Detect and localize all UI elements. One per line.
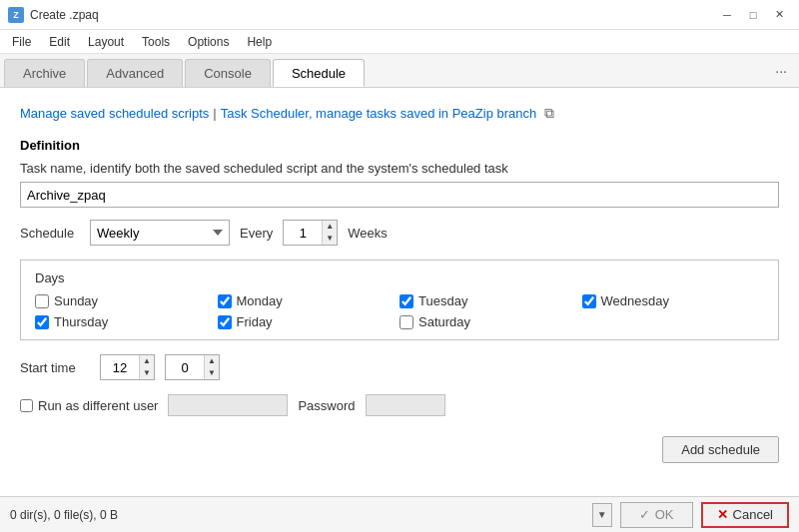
tab-bar: Archive Advanced Console Schedule ··· [0,54,799,88]
day-monday-label: Monday [237,293,283,308]
hour-spinner-buttons: ▲ ▼ [139,355,154,379]
minute-spinner: ▲ ▼ [165,354,220,380]
every-spinner-buttons: ▲ ▼ [322,221,337,245]
main-content: Manage saved scheduled scripts | Task Sc… [0,88,799,496]
days-group: Days Sunday Monday Tuesday Wednesday Thu… [20,260,779,340]
menu-help[interactable]: Help [239,33,280,51]
links-row: Manage saved scheduled scripts | Task Sc… [20,104,779,122]
days-grid: Sunday Monday Tuesday Wednesday Thursday… [35,293,764,329]
username-input[interactable] [168,394,288,416]
external-link-icon[interactable]: ⧉ [540,104,558,122]
start-time-label: Start time [20,360,90,375]
day-friday-label: Friday [237,314,273,329]
add-schedule-button[interactable]: Add schedule [662,436,779,463]
close-button[interactable]: ✕ [767,5,791,25]
tabs: Archive Advanced Console Schedule [4,59,367,87]
day-saturday[interactable]: Saturday [400,314,582,329]
day-thursday-checkbox[interactable] [35,315,49,329]
tab-advanced[interactable]: Advanced [87,59,183,87]
day-tuesday-label: Tuesday [418,293,467,308]
hour-input[interactable] [101,355,139,379]
minute-decrement-button[interactable]: ▼ [205,367,219,379]
hour-spinner: ▲ ▼ [100,354,155,380]
day-friday-checkbox[interactable] [218,315,232,329]
password-label: Password [298,398,355,413]
minute-increment-button[interactable]: ▲ [205,355,219,367]
weeks-label: Weeks [348,226,388,241]
day-wednesday[interactable]: Wednesday [582,293,765,308]
menu-options[interactable]: Options [180,33,237,51]
status-dropdown-button[interactable]: ▼ [592,503,612,527]
menu-layout[interactable]: Layout [80,33,132,51]
title-bar-left: Z Create .zpaq [8,7,99,23]
hour-decrement-button[interactable]: ▼ [140,367,154,379]
restore-button[interactable]: □ [741,5,765,25]
minute-input[interactable] [166,355,204,379]
tab-archive[interactable]: Archive [4,59,85,87]
every-increment-button[interactable]: ▲ [323,221,337,233]
menu-bar: File Edit Layout Tools Options Help [0,30,799,54]
ok-check-icon: ✓ [639,507,650,522]
task-name-input[interactable] [20,182,779,208]
ok-button[interactable]: ✓ OK [620,502,693,528]
day-thursday[interactable]: Thursday [35,314,218,329]
day-sunday-checkbox[interactable] [35,294,49,308]
day-wednesday-checkbox[interactable] [582,294,596,308]
schedule-label: Schedule [20,226,80,241]
every-label: Every [240,226,273,241]
schedule-row: Schedule Weekly Once Daily Monthly Every… [20,220,779,246]
day-tuesday-checkbox[interactable] [400,294,413,308]
days-group-label: Days [35,270,764,285]
cancel-x-icon: ✕ [717,507,728,522]
user-row: Run as different user Password [20,394,779,416]
minute-spinner-buttons: ▲ ▼ [204,355,219,379]
window-title: Create .zpaq [30,8,99,22]
day-sunday-label: Sunday [54,293,98,308]
every-spinner: ▲ ▼ [283,220,338,246]
add-schedule-row: Add schedule [20,436,779,463]
every-decrement-button[interactable]: ▼ [323,233,337,245]
status-right: ▼ ✓ OK ✕ Cancel [592,502,789,528]
schedule-select[interactable]: Weekly Once Daily Monthly [90,220,230,246]
cancel-label: Cancel [733,507,773,522]
window-controls: ─ □ ✕ [715,5,791,25]
day-friday[interactable]: Friday [218,314,400,329]
app-icon: Z [8,7,24,23]
day-monday[interactable]: Monday [218,293,400,308]
every-value-input[interactable] [284,221,322,245]
day-thursday-label: Thursday [54,314,108,329]
link-separator: | [213,106,216,121]
title-bar: Z Create .zpaq ─ □ ✕ [0,0,799,30]
day-sunday[interactable]: Sunday [35,293,218,308]
start-time-row: Start time ▲ ▼ ▲ ▼ [20,354,779,380]
tab-more-icon[interactable]: ··· [767,59,795,83]
password-input[interactable] [366,394,445,416]
task-name-description: Task name, identify both the saved sched… [20,161,779,176]
ok-label: OK [655,507,674,522]
day-wednesday-label: Wednesday [601,293,669,308]
menu-tools[interactable]: Tools [134,33,178,51]
manage-scripts-link[interactable]: Manage saved scheduled scripts [20,106,209,121]
tab-schedule[interactable]: Schedule [273,59,365,87]
task-scheduler-link[interactable]: Task Scheduler, manage tasks saved in Pe… [221,106,537,121]
menu-file[interactable]: File [4,33,39,51]
minimize-button[interactable]: ─ [715,5,739,25]
tab-console[interactable]: Console [185,59,271,87]
day-saturday-checkbox[interactable] [400,315,413,329]
day-monday-checkbox[interactable] [218,294,232,308]
status-bar: 0 dir(s), 0 file(s), 0 B ▼ ✓ OK ✕ Cancel [0,496,799,532]
menu-edit[interactable]: Edit [41,33,78,51]
definition-section-title: Definition [20,138,779,153]
hour-increment-button[interactable]: ▲ [140,355,154,367]
run-as-user-text: Run as different user [38,398,158,413]
run-as-user-label[interactable]: Run as different user [20,398,158,413]
run-as-user-checkbox[interactable] [20,399,33,412]
cancel-button[interactable]: ✕ Cancel [701,502,789,528]
day-saturday-label: Saturday [418,314,470,329]
day-tuesday[interactable]: Tuesday [400,293,582,308]
status-text: 0 dir(s), 0 file(s), 0 B [10,508,118,522]
